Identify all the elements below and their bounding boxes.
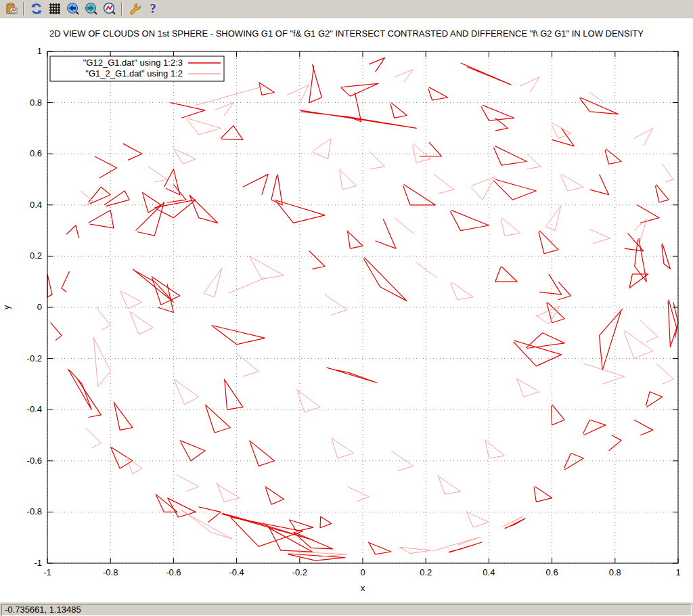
svg-text:-0.4: -0.4 (229, 567, 244, 577)
svg-text:-0.2: -0.2 (27, 353, 42, 364)
svg-text:-0.6: -0.6 (166, 567, 181, 577)
toolbar: ? (0, 0, 693, 18)
svg-text:0: 0 (37, 302, 42, 312)
copy-plot-button[interactable] (2, 1, 20, 17)
unzoom-icon (103, 2, 116, 16)
options-button[interactable] (125, 1, 143, 17)
help-button[interactable]: ? (143, 1, 162, 17)
series-1 (81, 70, 673, 557)
toolbar-separator (23, 2, 24, 16)
svg-text:x: x (361, 583, 365, 593)
plot-svg[interactable]: -1-1-0.8-0.8-0.6-0.6-0.4-0.4-0.2-0.2000.… (0, 18, 693, 602)
svg-text:0.4: 0.4 (483, 567, 495, 577)
svg-text:0.2: 0.2 (420, 567, 432, 577)
grid-button[interactable] (45, 1, 64, 17)
svg-text:0.2: 0.2 (30, 250, 42, 261)
toolbar-separator (121, 2, 122, 16)
unzoom-button[interactable] (100, 1, 118, 17)
mouse-coordinates: -0.735661, 1.13485 (1, 604, 692, 616)
plot-legend: "G12_G1.dat" using 1:2:3"G1_2_G1.dat" us… (50, 56, 224, 81)
svg-text:0.8: 0.8 (609, 567, 621, 577)
zoom-previous-icon (66, 2, 80, 16)
svg-text:-0.2: -0.2 (292, 567, 307, 577)
svg-text:-1: -1 (43, 567, 51, 577)
svg-text:0.4: 0.4 (30, 200, 42, 210)
plot-canvas[interactable]: 2D VIEW OF CLOUDS ON 1st SPHERE - SHOWIN… (0, 18, 693, 602)
svg-text:0.8: 0.8 (30, 97, 42, 108)
axis-labels: xy (1, 305, 365, 593)
svg-text:1: 1 (675, 567, 680, 577)
zoom-next-button[interactable] (82, 1, 100, 17)
replot-button[interactable] (27, 1, 45, 17)
legend-label: "G1_2_G1.dat" using 1:2 (85, 68, 183, 79)
plot-title: 2D VIEW OF CLOUDS ON 1st SPHERE - SHOWIN… (0, 28, 693, 39)
help-icon: ? (146, 2, 160, 16)
gnuplot-window: ? 2D VIEW OF CLOUDS ON 1st SPHERE - SHOW… (0, 0, 693, 616)
zoom-previous-button[interactable] (64, 1, 82, 17)
legend-label: "G12_G1.dat" using 1:2:3 (83, 58, 183, 68)
svg-text:0: 0 (360, 567, 365, 577)
grid-icon (48, 2, 62, 16)
svg-text:-0.6: -0.6 (27, 456, 42, 466)
svg-text:y: y (1, 305, 12, 309)
svg-text:?: ? (150, 2, 156, 16)
svg-text:-0.8: -0.8 (27, 506, 42, 516)
svg-text:-0.4: -0.4 (27, 404, 42, 414)
replot-icon (30, 2, 43, 16)
svg-text:1: 1 (37, 46, 42, 56)
copy-plot-icon (5, 2, 18, 16)
svg-text:-1: -1 (34, 558, 42, 568)
plot-grid (47, 51, 678, 563)
svg-text:0.6: 0.6 (30, 148, 42, 158)
svg-text:-0.8: -0.8 (103, 567, 118, 577)
axis-tick-labels: -1-1-0.8-0.8-0.6-0.6-0.4-0.4-0.2-0.2000.… (27, 46, 681, 577)
svg-text:0.6: 0.6 (546, 567, 558, 577)
zoom-next-icon (85, 2, 98, 16)
wrench-icon (128, 2, 141, 16)
status-bar: -0.735661, 1.13485 (0, 602, 693, 616)
